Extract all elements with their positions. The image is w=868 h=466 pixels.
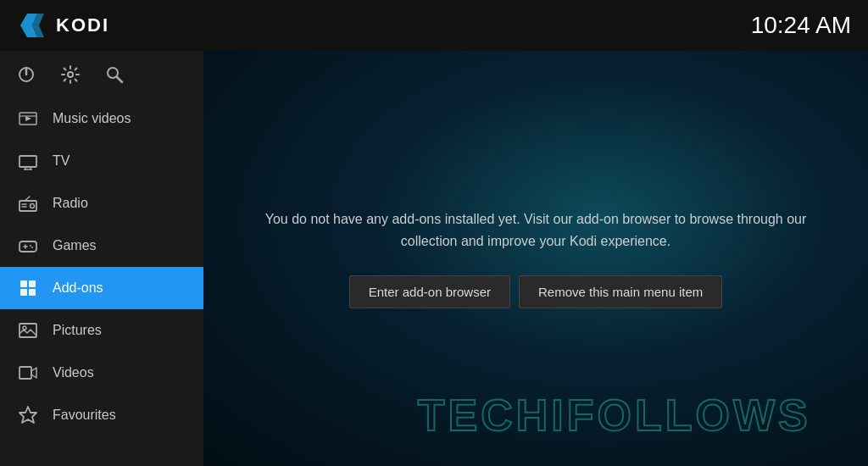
svg-line-6 [117,77,122,82]
games-icon [17,235,39,257]
main-layout: Music videos TV [0,51,868,466]
sidebar-item-label: Videos [53,365,94,380]
svg-rect-19 [19,241,36,252]
clock: 10:24 AM [751,12,851,39]
svg-rect-26 [20,289,27,296]
header: KODI 10:24 AM [0,0,868,51]
music-video-icon [17,108,39,130]
kodi-logo: KODI [17,10,109,41]
sidebar-item-favourites[interactable]: Favourites [0,394,203,436]
svg-marker-32 [19,407,36,423]
svg-rect-24 [20,280,27,287]
content-message: You do not have any add-ons installed ye… [248,208,824,252]
sidebar-item-label: Favourites [53,408,116,423]
addons-icon [17,277,39,299]
sidebar-item-label: Radio [53,196,88,211]
sidebar-item-tv[interactable]: TV [0,140,203,182]
svg-point-22 [30,245,31,247]
pictures-icon [17,319,39,341]
videos-icon [17,362,39,384]
sidebar-item-music-videos[interactable]: Music videos [0,97,203,140]
kodi-logo-icon [17,10,47,41]
sidebar-item-label: TV [53,153,70,169]
sidebar-item-games[interactable]: Games [0,225,203,267]
sidebar-item-radio[interactable]: Radio [0,182,203,225]
svg-point-4 [68,72,73,77]
sidebar-item-label: Music videos [53,111,131,126]
svg-marker-31 [31,368,36,378]
app-title: KODI [56,14,109,36]
content-area: You do not have any add-ons installed ye… [203,51,868,466]
remove-menu-item-button[interactable]: Remove this main menu item [519,275,722,308]
sidebar-item-label: Add-ons [53,280,103,296]
svg-rect-10 [19,156,36,167]
sidebar-item-label: Pictures [53,323,102,338]
tv-icon [17,150,39,172]
search-button[interactable] [105,65,124,84]
sidebar-item-label: Games [53,238,97,253]
svg-rect-30 [19,367,31,379]
radio-icon [17,192,39,214]
svg-marker-8 [25,116,31,121]
power-button[interactable] [17,65,36,84]
enter-addon-browser-button[interactable]: Enter add-on browser [349,275,510,308]
svg-rect-27 [29,289,36,296]
svg-point-23 [31,247,33,248]
sidebar-nav: Music videos TV [0,97,203,466]
sidebar-item-pictures[interactable]: Pictures [0,309,203,352]
sidebar: Music videos TV [0,51,203,466]
svg-rect-25 [29,280,36,287]
sidebar-toolbar [0,51,203,97]
sidebar-item-addons[interactable]: Add-ons [0,267,203,309]
settings-button[interactable] [61,65,80,84]
svg-point-15 [31,204,35,208]
sidebar-item-videos[interactable]: Videos [0,352,203,394]
watermark: TECHIFOLLOWS [418,390,811,441]
favourites-icon [17,404,39,426]
content-buttons: Enter add-on browser Remove this main me… [349,275,723,308]
